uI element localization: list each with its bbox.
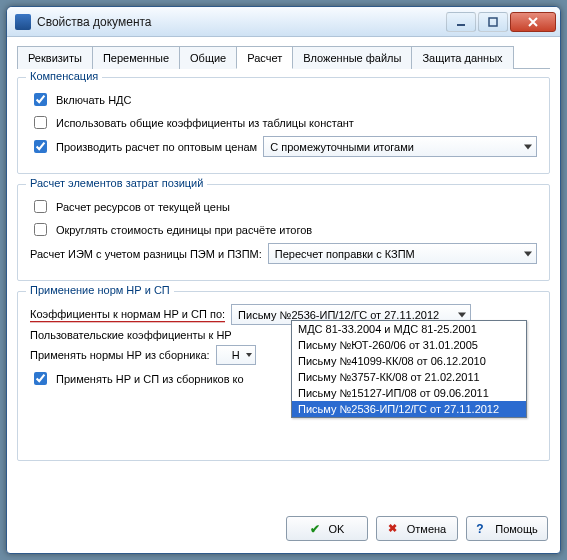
- legend-cost-elements: Расчет элементов затрат позиций: [26, 177, 207, 189]
- legend-compensation: Компенсация: [26, 70, 102, 82]
- tab-peremennye[interactable]: Переменные: [92, 46, 180, 69]
- checkbox-global-coeffs[interactable]: [34, 116, 47, 129]
- dropdown-option[interactable]: Письму №41099-КК/08 от 06.12.2010: [292, 353, 526, 369]
- help-icon: [476, 522, 490, 536]
- minimize-icon: [456, 17, 466, 27]
- tab-strip: Реквизиты Переменные Общие Расчет Вложен…: [17, 45, 550, 69]
- client-area: Реквизиты Переменные Общие Расчет Вложен…: [7, 37, 560, 481]
- select-small-collection[interactable]: Н: [216, 345, 256, 365]
- legend-nr-sp: Применение норм НР и СП: [26, 284, 174, 296]
- ok-button[interactable]: OK: [286, 516, 368, 541]
- maximize-icon: [488, 17, 498, 27]
- dropdown-option[interactable]: Письму №3757-КК/08 от 21.02.2011: [292, 369, 526, 385]
- label-include-vat: Включать НДС: [56, 94, 131, 106]
- window-title: Свойства документа: [37, 15, 446, 29]
- titlebar: Свойства документа: [7, 7, 560, 37]
- tab-obshchie[interactable]: Общие: [179, 46, 237, 69]
- select-iem[interactable]: Пересчет поправки с КЗПМ: [268, 243, 537, 264]
- checkbox-wholesale[interactable]: [34, 140, 47, 153]
- select-wholesale-value: С промежуточными итогами: [270, 141, 414, 153]
- check-icon: [310, 522, 324, 536]
- dropdown-coeff-list[interactable]: МДС 81-33.2004 и МДС 81-25.2001 Письму №…: [291, 320, 527, 418]
- app-icon: [15, 14, 31, 30]
- x-icon: [388, 522, 402, 536]
- select-coeff-value: Письму №2536-ИП/12/ГС от 27.11.2012: [238, 309, 439, 321]
- group-cost-elements: Расчет элементов затрат позиций Расчет р…: [17, 184, 550, 281]
- chevron-down-icon: [524, 251, 532, 256]
- dropdown-option-selected[interactable]: Письму №2536-ИП/12/ГС от 27.11.2012: [292, 401, 526, 417]
- minimize-button[interactable]: [446, 12, 476, 32]
- label-apply-from-collection: Применять нормы НР из сборника:: [30, 349, 210, 361]
- label-coeff-nr-sp: Коэффициенты к нормам НР и СП по:: [30, 308, 225, 322]
- checkbox-apply-collections[interactable]: [34, 372, 47, 385]
- label-custom-coeffs: Пользовательские коэффициенты к НР: [30, 329, 232, 341]
- dropdown-option[interactable]: МДС 81-33.2004 и МДС 81-25.2001: [292, 321, 526, 337]
- close-button[interactable]: [510, 12, 556, 32]
- select-wholesale[interactable]: С промежуточными итогами: [263, 136, 537, 157]
- group-nr-sp: Применение норм НР и СП Коэффициенты к н…: [17, 291, 550, 461]
- label-wholesale: Производить расчет по оптовым ценам: [56, 141, 257, 153]
- tab-vlozhennye-fajly[interactable]: Вложенные файлы: [292, 46, 412, 69]
- svg-rect-1: [489, 18, 497, 26]
- cancel-button[interactable]: Отмена: [376, 516, 458, 541]
- close-icon: [527, 17, 539, 27]
- cancel-label: Отмена: [407, 523, 446, 535]
- dropdown-option[interactable]: Письму №15127-ИП/08 от 09.06.2011: [292, 385, 526, 401]
- group-compensation: Компенсация Включать НДС Использовать об…: [17, 77, 550, 174]
- tab-zashchita-dannykh[interactable]: Защита данных: [411, 46, 513, 69]
- select-small-value: Н: [232, 349, 240, 361]
- tab-rekvizity[interactable]: Реквизиты: [17, 46, 93, 69]
- label-iem: Расчет ИЭМ с учетом разницы ПЭМ и ПЗПМ:: [30, 248, 262, 260]
- checkbox-calc-current-price[interactable]: [34, 200, 47, 213]
- label-global-coeffs: Использовать общие коэффициенты из табли…: [56, 117, 354, 129]
- help-label: Помощь: [495, 523, 538, 535]
- label-calc-current-price: Расчет ресурсов от текущей цены: [56, 201, 230, 213]
- chevron-down-icon: [458, 312, 466, 317]
- help-button[interactable]: Помощь: [466, 516, 548, 541]
- dropdown-option[interactable]: Письму №ЮТ-260/06 от 31.01.2005: [292, 337, 526, 353]
- chevron-down-icon: [246, 353, 252, 357]
- chevron-down-icon: [524, 144, 532, 149]
- checkbox-round-unit-cost[interactable]: [34, 223, 47, 236]
- checkbox-include-vat[interactable]: [34, 93, 47, 106]
- dialog-buttons: OK Отмена Помощь: [286, 516, 548, 541]
- label-apply-collections: Применять НР и СП из сборников ко: [56, 373, 244, 385]
- ok-label: OK: [329, 523, 345, 535]
- maximize-button[interactable]: [478, 12, 508, 32]
- dialog-window: Свойства документа Реквизиты Переменные …: [6, 6, 561, 554]
- tab-raschet[interactable]: Расчет: [236, 46, 293, 69]
- window-controls: [446, 12, 556, 32]
- svg-rect-0: [457, 24, 465, 26]
- select-iem-value: Пересчет поправки с КЗПМ: [275, 248, 415, 260]
- label-round-unit-cost: Округлять стоимость единицы при расчёте …: [56, 224, 312, 236]
